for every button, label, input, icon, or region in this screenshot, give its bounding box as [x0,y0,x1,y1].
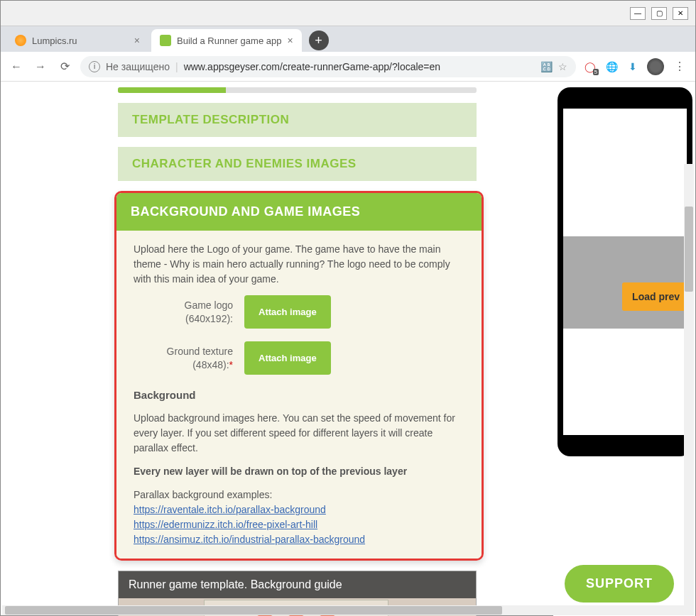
upload-game-logo: Game logo (640x192): Attach image [148,295,464,329]
page-content: TEMPLATE DESCRIPTION CHARACTER AND ENEMI… [1,82,695,616]
phone-screen: Load prev [563,109,687,435]
minimize-button[interactable]: — [630,7,646,20]
phone-frame: Load prev [558,87,692,456]
address-bar: ← → ⟳ i Не защищено | www.appsgeyser.com… [1,52,695,82]
favicon-appsgeyser [160,35,171,46]
tab-title: Lumpics.ru [32,35,77,46]
game-logo-label: Game logo (640x192): [148,299,233,324]
horizontal-scrollbar[interactable] [2,605,684,615]
window-titlebar: — ▢ ✕ [1,1,695,26]
favicon-lumpics [15,35,26,46]
attach-logo-button[interactable]: Attach image [244,295,331,329]
site-info-icon[interactable]: i [89,61,100,72]
close-window-button[interactable]: ✕ [673,7,688,20]
bookmark-icon[interactable]: ☆ [558,61,567,72]
examples-label: Parallax background examples: [134,488,464,502]
section-background-header[interactable]: BACKGROUND AND GAME IMAGES [116,193,482,231]
extensions: ◯5 🌐 ⬇ ⋮ [583,58,688,75]
tab-title: Build a Runner game app [177,35,281,46]
progress-bar [118,87,477,93]
progress-fill [118,87,226,93]
url-box[interactable]: i Не защищено | www.appsgeyser.com/creat… [80,56,576,77]
extension-icon-3[interactable]: ⬇ [626,60,640,74]
back-button[interactable]: ← [8,58,25,75]
forward-button[interactable]: → [32,58,49,75]
reload-button[interactable]: ⟳ [56,58,73,75]
section-character-enemies[interactable]: CHARACTER AND ENEMIES IMAGES [118,147,477,181]
maximize-button[interactable]: ▢ [651,7,667,20]
close-tab-icon[interactable]: × [134,35,140,46]
video-title: Runner game template. Background guide [119,571,476,598]
new-tab-button[interactable]: + [309,31,329,50]
ground-texture-label: Ground texture (48x48):* [148,345,233,370]
browser-window: — ▢ ✕ Lumpics.ru × Build a Runner game a… [0,0,696,616]
intro-text: Upload here the Logo of your game. The g… [134,242,464,287]
vertical-scrollbar[interactable] [684,164,694,615]
support-button[interactable]: SUPPORT [565,565,674,603]
close-tab-icon[interactable]: × [287,35,293,46]
attach-ground-button[interactable]: Attach image [244,341,331,375]
load-preview-button[interactable]: Load prev [622,282,687,311]
tab-appsgeyser[interactable]: Build a Runner game app × [151,29,302,52]
security-warning: Не защищено [106,61,170,72]
preview-panel: Load prev SUPPORT [553,82,695,616]
section-background-images-highlighted: BACKGROUND AND GAME IMAGES Upload here t… [114,191,484,561]
main-column: TEMPLATE DESCRIPTION CHARACTER AND ENEMI… [1,82,553,616]
tab-bar: Lumpics.ru × Build a Runner game app × + [1,26,695,52]
tab-lumpics[interactable]: Lumpics.ru × [6,29,148,52]
section-template-description[interactable]: TEMPLATE DESCRIPTION [118,103,477,137]
background-desc: Upload background images here. You can s… [134,411,464,456]
example-link-3[interactable]: https://ansimuz.itch.io/industrial-paral… [134,532,464,547]
url-text: www.appsgeyser.com/create-runnerGame-app… [184,61,440,72]
extension-icon-2[interactable]: 🌐 [604,60,619,74]
background-subheading: Background [134,387,464,404]
section-background-body: Upload here the Logo of your game. The g… [116,231,482,559]
example-link-2[interactable]: https://edermunizz.itch.io/free-pixel-ar… [134,517,464,532]
example-link-1[interactable]: https://raventale.itch.io/parallax-backg… [134,502,464,517]
layer-note: Every new layer will be drawn on top of … [134,464,464,479]
upload-ground-texture: Ground texture (48x48):* Attach image [148,341,464,375]
extension-icon-1[interactable]: ◯5 [583,60,597,74]
profile-avatar[interactable] [647,58,664,75]
translate-icon[interactable]: 🔠 [540,61,553,72]
menu-button[interactable]: ⋮ [671,58,688,75]
